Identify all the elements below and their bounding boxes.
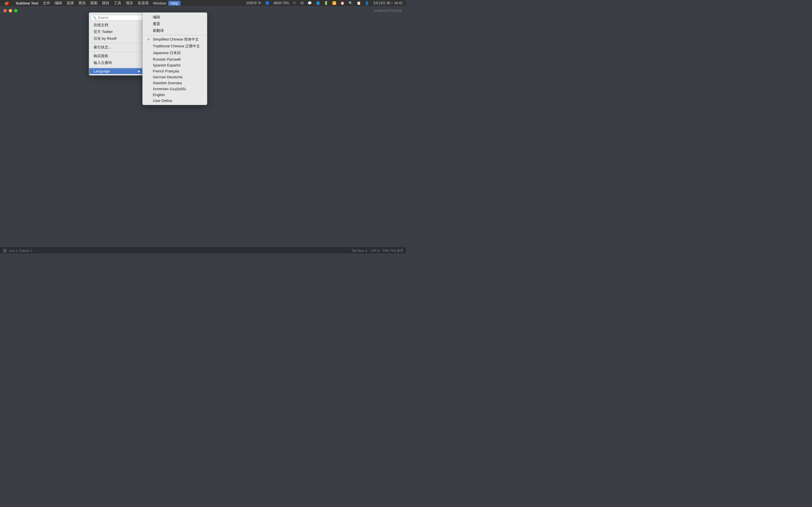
close-button[interactable] xyxy=(3,9,7,12)
help-search-container[interactable]: 🔍 xyxy=(91,15,143,20)
separator-3 xyxy=(89,67,145,67)
check-simplified-chinese: ✓ xyxy=(147,38,151,41)
menubar-preferences[interactable]: 首选项 xyxy=(135,0,151,6)
menubar-goto[interactable]: 跳转 xyxy=(100,0,112,6)
help-index-status[interactable]: 索引状态... xyxy=(89,44,145,51)
lang-armenian[interactable]: Armenian Հայերեն xyxy=(143,86,207,92)
lang-separator xyxy=(143,35,207,35)
datetime: 3月13日 周一 16:41 xyxy=(372,1,404,6)
menubar-right: 1055字 中 🔵 MEM 79% 🛡 词 💬 📘 🔋 📶 ⏰ 🔍 📋 👤 3月… xyxy=(245,1,404,6)
help-twitter[interactable]: 官方 Twitter xyxy=(89,29,145,35)
av-icon: 🛡 xyxy=(292,1,297,5)
maximize-button[interactable] xyxy=(14,9,17,12)
menubar-tools[interactable]: 工具 xyxy=(112,0,123,6)
lang-new-translation[interactable]: 新翻译 xyxy=(143,27,207,34)
lang-french[interactable]: French Français xyxy=(143,68,207,74)
lang-traditional-chinese[interactable]: Traditional Chinese 正體中文 xyxy=(143,43,207,50)
statusbar-left: ☰ Line 1, Column 1 xyxy=(3,249,33,252)
menubar: 🍎 Sublime Text 文件 编辑 选择 查找 视图 跳转 工具 项目 首… xyxy=(0,0,406,6)
tab-size[interactable]: Tab Size: 4 xyxy=(352,249,367,252)
menubar-help[interactable]: Help xyxy=(168,1,181,6)
statusbar-right: Tab Size: 4 UTF-8 Plain Text 改变 xyxy=(352,248,403,252)
separator-1 xyxy=(89,43,145,43)
menubar-view[interactable]: 视图 xyxy=(88,0,100,6)
user-icon: 👤 xyxy=(364,1,370,5)
help-online-docs[interactable]: 在线文档 xyxy=(89,22,145,29)
encoding[interactable]: UTF-8 xyxy=(370,249,379,252)
lang-user-define[interactable]: User Define xyxy=(143,98,207,104)
lang-reset[interactable]: 重置 xyxy=(143,20,207,27)
lang-swedish[interactable]: Swedish Svenska xyxy=(143,80,207,86)
separator-2 xyxy=(89,52,145,52)
language-submenu: 编辑 重置 新翻译 ✓ Simplified Chinese 简体中文 Trad… xyxy=(142,12,207,105)
lang-english[interactable]: English xyxy=(143,92,207,98)
cursor-position: Line 1, Column 1 xyxy=(9,249,33,252)
menubar-edit[interactable]: 编辑 xyxy=(52,0,64,6)
menubar-file[interactable]: 文件 xyxy=(41,0,52,6)
unregistered-label: UNREGISTERED xyxy=(374,9,402,12)
lang-simplified-chinese[interactable]: ✓ Simplified Chinese 简体中文 xyxy=(143,36,207,43)
help-enter-license[interactable]: 输入注册码 xyxy=(89,59,145,66)
help-chinese[interactable]: 汉化 by Rexdf xyxy=(89,35,145,42)
control-center-icon: 📋 xyxy=(356,1,362,5)
time-machine-icon: ⏰ xyxy=(339,1,346,5)
traffic-lights xyxy=(3,9,17,12)
battery-icon: 🔋 xyxy=(323,1,329,5)
lang-japanese[interactable]: Japanese 日本語 xyxy=(143,50,207,56)
menubar-find[interactable]: 查找 xyxy=(76,0,88,6)
language-submenu-chevron: ▶ xyxy=(138,69,140,73)
spotlight-icon: 🔍 xyxy=(347,1,354,5)
menubar-window[interactable]: Window xyxy=(151,1,168,6)
sync-icon: 🔵 xyxy=(264,1,271,5)
menubar-project[interactable]: 项目 xyxy=(123,0,135,6)
app-name-menu[interactable]: Sublime Text xyxy=(13,1,41,6)
search-icon: 🔍 xyxy=(93,16,97,20)
main-area: UNREGISTERED 🔍 在线文档 官方 Twitter 汉化 by Rex… xyxy=(0,6,406,247)
help-search-input[interactable] xyxy=(98,16,141,20)
lang-german[interactable]: German Deutsche xyxy=(143,74,207,80)
statusbar: ☰ Line 1, Column 1 Tab Size: 4 UTF-8 Pla… xyxy=(0,247,406,253)
sougou-icon: 词 xyxy=(299,1,305,6)
syntax[interactable]: Plain Text 改变 xyxy=(383,248,403,252)
help-language[interactable]: Language ▶ xyxy=(89,68,145,74)
lang-spanish[interactable]: Spanish Español xyxy=(143,62,207,68)
lang-russian[interactable]: Russian Русский xyxy=(143,56,207,62)
help-menu: 🔍 在线文档 官方 Twitter 汉化 by Rexdf 索引状态... 购买… xyxy=(89,12,145,75)
status-icon[interactable]: ☰ xyxy=(3,249,7,252)
skype-icon: 📘 xyxy=(315,1,321,5)
menubar-select[interactable]: 选择 xyxy=(64,0,76,6)
word-count: 1055字 中 xyxy=(245,1,262,6)
lang-edit[interactable]: 编辑 xyxy=(143,14,207,20)
help-purchase[interactable]: 购买授权 xyxy=(89,53,145,59)
mem-usage: MEM 79% xyxy=(272,1,290,5)
wifi-icon: 📶 xyxy=(331,1,338,5)
apple-menu[interactable]: 🍎 xyxy=(2,1,11,6)
wechat-icon: 💬 xyxy=(306,1,313,5)
minimize-button[interactable] xyxy=(9,9,12,12)
